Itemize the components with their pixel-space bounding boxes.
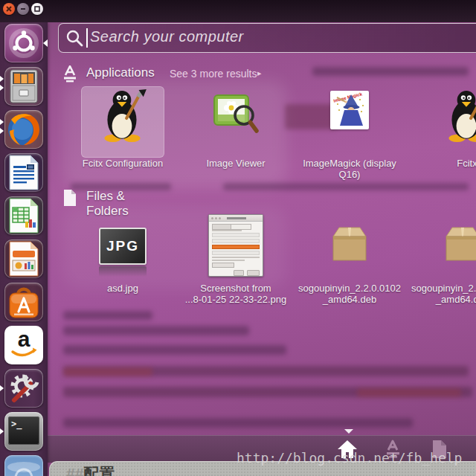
close-icon [5,5,13,13]
terminal-prompt-icon: >_ [11,419,22,429]
result-label: Fcitx Configuration [66,158,179,169]
running-indicator [0,385,4,391]
ubuntu-logo-icon [4,24,43,62]
running-indicator [0,128,4,134]
result-label: asd.jpg [66,283,179,294]
code-snippet-text: ##配置 [66,463,115,476]
maximize-icon [33,5,41,13]
top-panel [0,0,476,22]
result-label: Fcitx [411,158,476,169]
libreoffice-writer-icon [4,153,43,192]
file-cabinet-icon [4,67,43,106]
see-more-results-link[interactable]: See 3 more results [170,68,257,80]
imagemagick-wizard-icon: Image Magick [330,91,369,129]
launcher-item-system-settings[interactable] [4,369,43,408]
background-blur-line [63,418,413,428]
jpg-text: JPG [106,238,139,254]
image-viewer-magnifier-icon [211,92,260,137]
background-blur-line [63,387,472,397]
applications-lens-icon [62,65,79,83]
collapse-arrow-icon[interactable] [344,429,353,434]
launcher-item-terminal[interactable]: >_ [4,412,43,451]
deb-package-icon [440,225,476,266]
search-icon [65,29,85,48]
minimize-icon [19,5,27,13]
result-screenshot-png[interactable]: Screenshot from ...8-01-25 22-33-22.png [179,214,292,312]
search-input[interactable]: Search your computer [58,23,476,53]
gear-wrench-icon [4,369,43,408]
launcher-item-firefox[interactable] [4,110,43,149]
tux-paintbrush-icon [96,89,149,144]
background-blur-line [312,67,469,76]
applications-section-header: Applications See 3 more results ▸ [62,65,79,86]
background-blur-line [63,366,469,376]
code-hash-prefix: ## [66,465,83,476]
minimize-button[interactable] [17,3,29,15]
focused-arrow-indicator [43,39,48,47]
running-indicator [0,85,4,91]
launcher-item-libreoffice-calc[interactable] [4,196,43,235]
maximize-button[interactable] [31,3,43,15]
result-label: sogoupinyin_2.2.0.0102 _amd64.deb [293,283,406,305]
background-blur-line [63,326,249,335]
result-sogoupinyin-deb-2[interactable]: sogoupinyin_2.2.0.0102 _amd64.deb [406,214,476,312]
firefox-icon [4,110,43,149]
document-icon [62,189,77,207]
result-label: ImageMagick (display Q16) [293,158,406,180]
result-sogoupinyin-deb[interactable]: sogoupinyin_2.2.0.0102 _amd64.deb [293,214,406,312]
background-blur-line [63,345,286,355]
launcher: a >_ [0,22,48,476]
search-placeholder: Search your computer [90,28,244,45]
running-indicator [0,428,4,434]
result-label: Screenshot from ...8-01-25 22-33-22.png [179,283,292,305]
background-blur-link [357,388,461,397]
amazon-smile-icon [4,326,43,364]
code-cjk-text: 配置 [83,465,115,476]
launcher-item-libreoffice-writer[interactable] [4,153,43,192]
launcher-item-libreoffice-impress[interactable] [4,239,43,278]
launcher-item-dash-home[interactable] [4,24,43,62]
media-player-icon [4,455,43,476]
result-imagemagick[interactable]: Image Magick ImageMagick (display Q16) [293,86,406,184]
result-label: Image Viewer [179,158,292,169]
section-title: Applications [86,65,155,80]
result-label: sogoupinyin_2.2.0.0102 _amd64.deb [406,283,476,305]
running-indicator [0,76,4,82]
tux-paintbrush-icon [440,89,476,144]
screenshot-thumbnail-icon [208,214,263,277]
unity-dash-screen: a >_ [0,0,476,476]
libreoffice-calc-icon [4,196,43,235]
chevron-right-icon: ▸ [257,68,262,78]
jpg-thumbnail-icon: JPG [99,228,147,265]
close-button[interactable] [3,3,15,15]
launcher-item-media-player[interactable] [4,455,43,476]
deb-package-icon [327,225,373,266]
thumbnail-reflection [99,266,147,277]
launcher-item-software-center[interactable] [4,283,43,321]
launcher-item-files[interactable] [4,67,43,106]
background-blur-link [63,367,152,376]
launcher-item-amazon[interactable]: a [4,326,43,364]
result-fcitx-configuration[interactable]: Fcitx Configuration [66,86,179,184]
files-section-header: Files & Folders [62,189,77,210]
text-cursor [86,28,88,48]
result-image-viewer[interactable]: Image Viewer [179,86,292,184]
software-center-bag-icon [4,283,43,321]
watermark-text: http://blog.csdn.net/fb_help [237,450,462,466]
result-asd-jpg[interactable]: JPG asd.jpg [66,214,179,312]
wizard-figure-icon [330,91,369,129]
result-fcitx[interactable]: Fcitx [411,86,476,184]
libreoffice-impress-icon [4,239,43,278]
running-indicator [0,119,4,125]
